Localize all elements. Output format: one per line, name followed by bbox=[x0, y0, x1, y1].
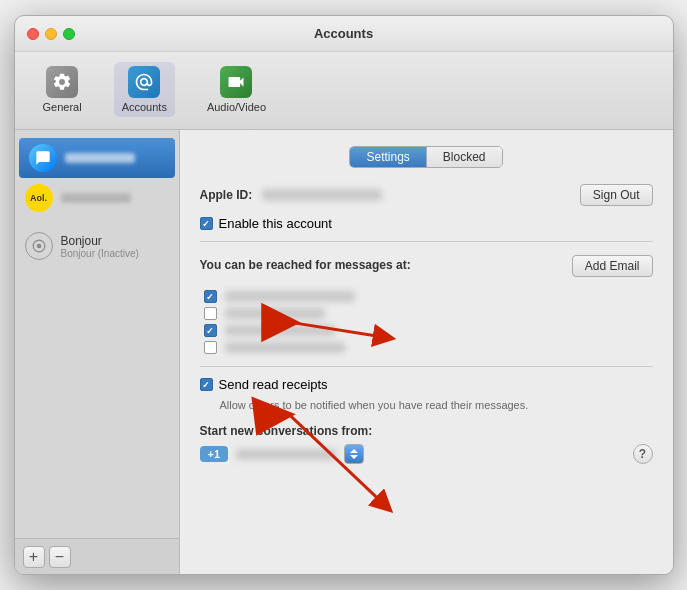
start-convo-section: Start new conversations from: +1 ? bbox=[200, 423, 653, 464]
reached-row: You can be reached for messages at: Add … bbox=[200, 252, 653, 280]
sidebar-item-imessage[interactable] bbox=[19, 138, 175, 178]
toolbar-audio-video-label: Audio/Video bbox=[207, 101, 266, 113]
enable-account-row: Enable this account bbox=[200, 216, 653, 231]
divider-1 bbox=[200, 241, 653, 242]
enable-account-label: Enable this account bbox=[219, 216, 332, 231]
address-row-2 bbox=[200, 324, 653, 337]
svg-point-1 bbox=[36, 244, 41, 249]
address-blur-0 bbox=[225, 291, 355, 302]
close-button[interactable] bbox=[27, 28, 39, 40]
imessage-name-blur bbox=[65, 153, 135, 163]
enable-account-checkbox[interactable] bbox=[200, 217, 213, 230]
phone-dropdown[interactable] bbox=[344, 444, 364, 464]
tab-settings[interactable]: Settings bbox=[350, 147, 426, 167]
address-checkbox-2[interactable] bbox=[204, 324, 217, 337]
title-bar: Accounts bbox=[15, 16, 673, 52]
tab-bar: Settings Blocked bbox=[200, 146, 653, 168]
aol-name-blur bbox=[61, 193, 131, 203]
address-checkbox-1[interactable] bbox=[204, 307, 217, 320]
address-blur-2 bbox=[225, 325, 335, 336]
toolbar-item-general[interactable]: General bbox=[35, 62, 90, 117]
bonjour-info: Bonjour Bonjour (Inactive) bbox=[61, 234, 139, 259]
send-read-label: Send read receipts bbox=[219, 377, 328, 392]
svg-marker-2 bbox=[350, 449, 358, 453]
address-row-1 bbox=[200, 307, 653, 320]
at-icon bbox=[128, 66, 160, 98]
toolbar-item-accounts[interactable]: Accounts bbox=[114, 62, 175, 117]
send-read-desc: Allow others to be notified when you hav… bbox=[220, 398, 653, 413]
toolbar-general-label: General bbox=[43, 101, 82, 113]
start-convo-row: +1 ? bbox=[200, 444, 653, 464]
remove-account-button[interactable]: − bbox=[49, 546, 71, 568]
minimize-button[interactable] bbox=[45, 28, 57, 40]
start-convo-label: Start new conversations from: bbox=[200, 424, 373, 438]
aol-info bbox=[61, 193, 131, 203]
sidebar-footer: + − bbox=[15, 538, 179, 574]
toolbar-accounts-label: Accounts bbox=[122, 101, 167, 113]
bonjour-avatar bbox=[25, 232, 53, 260]
imessage-info bbox=[65, 153, 135, 163]
address-checkbox-0[interactable] bbox=[204, 290, 217, 303]
add-account-button[interactable]: + bbox=[23, 546, 45, 568]
divider-2 bbox=[200, 366, 653, 367]
apple-id-value-blur bbox=[262, 189, 382, 201]
add-email-button[interactable]: Add Email bbox=[572, 255, 653, 277]
toolbar: General Accounts Audio/Video bbox=[15, 52, 673, 130]
sign-out-button[interactable]: Sign Out bbox=[580, 184, 653, 206]
svg-marker-3 bbox=[350, 455, 358, 459]
address-blur-3 bbox=[225, 342, 345, 353]
address-checkbox-3[interactable] bbox=[204, 341, 217, 354]
toolbar-item-audio-video[interactable]: Audio/Video bbox=[199, 62, 274, 117]
help-button[interactable]: ? bbox=[633, 444, 653, 464]
address-blur-1 bbox=[225, 308, 325, 319]
zoom-button[interactable] bbox=[63, 28, 75, 40]
sidebar: Aol. Bonjour Bonjour (Inactive) bbox=[15, 130, 180, 574]
main-content: Aol. Bonjour Bonjour (Inactive) bbox=[15, 130, 673, 574]
main-window: Accounts General Accounts Audio/Video bbox=[14, 15, 674, 575]
tab-blocked[interactable]: Blocked bbox=[427, 147, 502, 167]
window-title: Accounts bbox=[314, 26, 373, 41]
apple-id-row: Apple ID: Sign Out bbox=[200, 184, 653, 206]
phone-number-blur bbox=[236, 449, 336, 460]
sidebar-item-aol[interactable]: Aol. bbox=[15, 178, 179, 218]
address-row-3 bbox=[200, 341, 653, 354]
imessage-avatar bbox=[29, 144, 57, 172]
aol-avatar: Aol. bbox=[25, 184, 53, 212]
reached-label: You can be reached for messages at: bbox=[200, 258, 411, 272]
send-read-section: Send read receipts Allow others to be no… bbox=[200, 377, 653, 413]
traffic-lights bbox=[27, 28, 75, 40]
settings-panel: Settings Blocked Apple ID: Sign Out Enab… bbox=[180, 130, 673, 574]
send-read-row: Send read receipts bbox=[200, 377, 653, 392]
addresses-section bbox=[200, 290, 653, 354]
tab-group: Settings Blocked bbox=[349, 146, 502, 168]
bonjour-name: Bonjour bbox=[61, 234, 139, 248]
phone-prefix: +1 bbox=[200, 446, 229, 462]
address-row-0 bbox=[200, 290, 653, 303]
sidebar-item-bonjour[interactable]: Bonjour Bonjour (Inactive) bbox=[15, 226, 179, 266]
apple-id-label: Apple ID: bbox=[200, 188, 253, 202]
sidebar-list: Aol. Bonjour Bonjour (Inactive) bbox=[15, 130, 179, 538]
video-icon bbox=[220, 66, 252, 98]
gear-icon bbox=[46, 66, 78, 98]
bonjour-sub: Bonjour (Inactive) bbox=[61, 248, 139, 259]
send-read-checkbox[interactable] bbox=[200, 378, 213, 391]
